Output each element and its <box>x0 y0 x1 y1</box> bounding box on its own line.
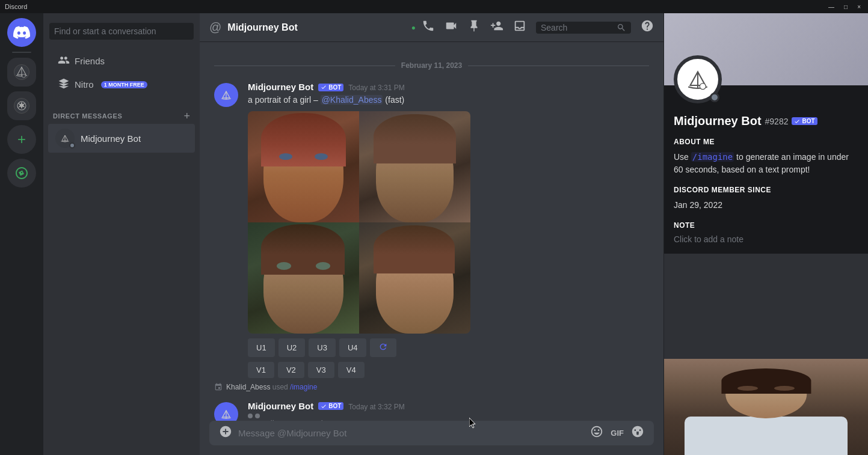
gif-button[interactable]: GIF <box>611 429 624 438</box>
message-1-text-content: a portrait of a girl – @Khalid_Abess (fa… <box>248 95 404 105</box>
inbox-button[interactable] <box>513 19 526 35</box>
dot-1 <box>248 414 253 418</box>
about-me-title: ABOUT ME <box>674 138 858 146</box>
close-button[interactable]: × <box>855 4 863 10</box>
nitro-icon <box>58 78 70 91</box>
refresh-button[interactable] <box>370 338 396 357</box>
sending-command-text: Sending command... <box>253 419 330 421</box>
message-input[interactable] <box>238 421 584 445</box>
help-button[interactable] <box>641 19 654 35</box>
image-cell-3[interactable] <box>248 222 359 334</box>
about-me-text: Use /imagine to generate an image in und… <box>674 151 858 176</box>
video-call-button[interactable] <box>445 19 458 35</box>
svg-point-9 <box>700 84 706 90</box>
message-2-content: Midjourney Bot BOT Today at 3:32 PM Send… <box>248 401 649 421</box>
nitro-label: Nitro <box>75 79 94 90</box>
image-cell-4[interactable] <box>359 222 470 334</box>
search-bar <box>536 22 631 34</box>
add-dm-button[interactable]: + <box>183 111 190 121</box>
nitro-nav-item[interactable]: Nitro 1 MONTH FREE <box>48 73 195 96</box>
date-line-right <box>468 66 649 66</box>
chat-input-area: GIF <box>200 421 663 455</box>
call-button[interactable] <box>422 19 435 35</box>
imagine-command-link: /imagine <box>691 152 734 162</box>
dot-2 <box>255 414 260 418</box>
v2-button[interactable]: V2 <box>278 362 304 378</box>
add-server-button[interactable]: + <box>7 125 36 154</box>
main-chat: @ Midjourney Bot ● <box>200 13 663 455</box>
explore-button[interactable] <box>7 159 36 188</box>
action-buttons-row2: V1 V2 V3 V4 <box>248 362 649 378</box>
command-icon <box>214 383 223 391</box>
refresh-icon <box>378 342 388 352</box>
message-2: Midjourney Bot BOT Today at 3:32 PM Send… <box>200 399 663 421</box>
message-2-author: Midjourney Bot <box>248 401 313 411</box>
friends-label: Friends <box>75 56 105 66</box>
chat-input-box: GIF <box>209 421 654 445</box>
profile-header-bg <box>664 13 868 85</box>
chat-header: @ Midjourney Bot ● <box>200 13 663 42</box>
server-icon-openai[interactable] <box>7 91 36 120</box>
find-conversation-input[interactable] <box>49 23 194 40</box>
app-title: Discord <box>5 3 826 10</box>
channel-at-icon: @ <box>209 20 221 34</box>
input-actions: GIF <box>590 425 644 441</box>
image-grid[interactable] <box>248 111 470 334</box>
note-title: NOTE <box>674 221 858 230</box>
dm-conversation-midjourney[interactable]: Midjourney Bot <box>48 124 195 153</box>
dm-sidebar: Friends Nitro 1 MONTH FREE DIRECT MESSAG… <box>43 13 200 455</box>
right-eye <box>774 386 795 391</box>
server-list: + <box>0 13 43 455</box>
image-cell-2[interactable] <box>359 111 470 222</box>
v1-button[interactable]: V1 <box>248 362 274 378</box>
u1-button[interactable]: U1 <box>248 338 275 357</box>
system-message: Khalid_Abess used /imagine <box>200 380 663 394</box>
dm-section-label: DIRECT MESSAGES <box>53 112 122 120</box>
u3-button[interactable]: U3 <box>309 338 336 357</box>
message-1-text: a portrait of a girl – @Khalid_Abess (fa… <box>248 94 649 106</box>
v4-button[interactable]: V4 <box>338 362 365 378</box>
minimize-button[interactable]: — <box>826 4 837 10</box>
search-input[interactable] <box>541 23 613 32</box>
pin-button[interactable] <box>467 19 481 35</box>
emoji-picker-button[interactable] <box>590 425 603 441</box>
system-text: Khalid_Abess used /imagine <box>226 383 317 391</box>
profile-status-dot <box>710 93 719 102</box>
app-container: + Friends <box>0 13 868 455</box>
profile-discriminator: #9282 <box>765 117 789 126</box>
message-1-header: Midjourney Bot BOT Today at 3:31 PM <box>248 82 649 92</box>
member-since-date: Jan 29, 2022 <box>674 199 858 212</box>
midjourney-msg-avatar-2 <box>214 402 238 421</box>
message-2-timestamp: Today at 3:32 PM <box>348 403 404 411</box>
add-member-button[interactable] <box>490 19 503 35</box>
u4-button[interactable]: U4 <box>339 338 366 357</box>
maximize-button[interactable]: □ <box>842 4 850 10</box>
member-since-title: DISCORD MEMBER SINCE <box>674 186 858 194</box>
v3-button[interactable]: V3 <box>308 362 334 378</box>
midjourney-status-dot <box>69 142 75 148</box>
add-note-button[interactable]: Click to add a note <box>674 234 858 244</box>
u2-button[interactable]: U2 <box>279 338 306 357</box>
bot-label-1: BOT <box>328 84 341 91</box>
window-controls[interactable]: — □ × <box>826 4 863 10</box>
dm-navigation: Friends Nitro 1 MONTH FREE <box>43 44 200 101</box>
add-attachment-button[interactable] <box>219 425 232 441</box>
profile-bot-badge: BOT <box>792 117 817 125</box>
note-section: NOTE Click to add a note <box>674 221 858 244</box>
message-1-content: Midjourney Bot BOT Today at 3:31 PM a po… <box>248 82 649 378</box>
image-cell-1[interactable] <box>248 111 359 222</box>
video-person-view <box>664 359 868 455</box>
online-status-dot: ● <box>411 23 416 32</box>
friends-nav-item[interactable]: Friends <box>48 49 195 73</box>
server-divider <box>12 52 31 53</box>
midjourney-username: Midjourney Bot <box>81 133 141 144</box>
server-icon-boat[interactable] <box>7 58 36 87</box>
sticker-button[interactable] <box>631 425 644 441</box>
bot-badge-2: BOT <box>318 402 343 410</box>
discord-home-button[interactable] <box>7 18 36 47</box>
date-divider: February 11, 2023 <box>214 61 649 70</box>
profile-username: Midjourney Bot #9282 BOT <box>674 114 858 128</box>
midjourney-avatar <box>55 129 75 148</box>
video-thumbnail[interactable] <box>664 359 868 455</box>
dm-section-header: DIRECT MESSAGES + <box>43 101 200 124</box>
